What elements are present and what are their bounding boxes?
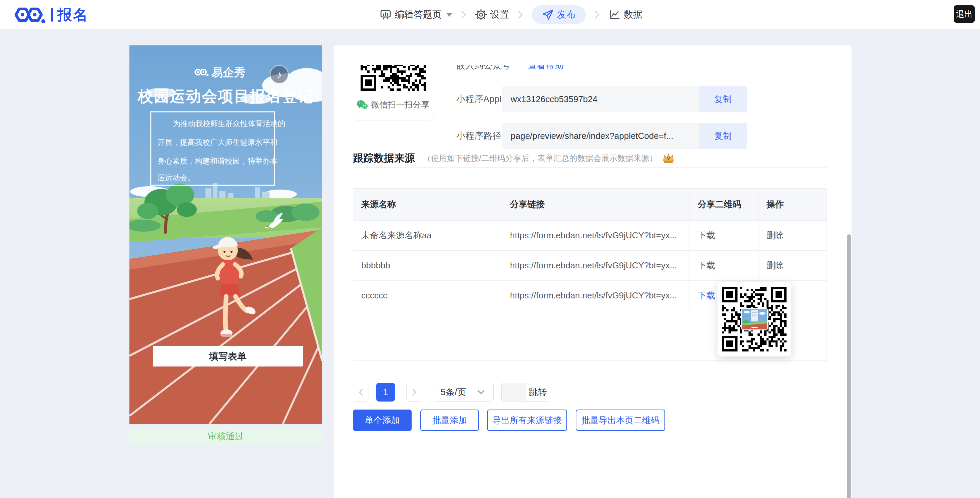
share-link-cell: https://form.ebdan.net/ls/fvG9jUCY?bt=yx… [502,251,690,280]
col-share-qrcode: 分享二维码 [690,188,759,220]
nav-steps: 编辑答题页 设置 [380,0,643,29]
vip-crown-icon: V [662,152,675,164]
applet-path-label: 小程序路径 [456,123,501,149]
chevron-down-icon[interactable] [446,13,452,17]
jump-page-input[interactable] [502,383,526,401]
presentation-chart-icon [380,9,391,21]
applet-id-label: 小程序AppId [456,86,507,112]
page-number-button[interactable]: 1 [376,383,395,402]
vertical-scrollbar[interactable] [847,234,851,498]
svg-text:开展，提高我校广大师生健康水平和: 开展，提高我校广大师生健康水平和 [158,138,277,147]
applet-path-field[interactable]: page/preview/share/index?appletCode=f... [502,123,699,149]
download-qr-link[interactable]: 下载 [698,230,715,241]
qr-code-popup [718,282,791,356]
col-share-link: 分享链接 [502,188,690,220]
fill-form-button[interactable]: 填写表单 [153,346,303,367]
page-size-value: 5条/页 [441,386,466,398]
add-batch-button[interactable]: 批量添加 [420,410,479,431]
copy-applet-id-button[interactable]: 复制 [699,86,747,112]
svg-text:为推动我校师生群众性体育活动的: 为推动我校师生群众性体育活动的 [173,120,286,128]
section-divider [353,167,827,168]
applet-path-row: 小程序路径 page/preview/share/index?appletCod… [334,123,851,149]
logo-text: 报名 [57,5,89,25]
tracking-section-header: 跟踪数据来源 （使用如下链接/二维码分享后，表单汇总的数据会展示数据来源） V [353,151,675,165]
copy-applet-path-button[interactable]: 复制 [699,123,747,149]
wechat-icon [356,100,368,110]
table-row: bbbbbb https://form.ebdan.net/ls/fvG9jUC… [353,251,827,280]
source-actions: 单个添加 批量添加 导出所有来源链接 批量导出本页二维码 [334,410,851,431]
nav-step-edit-page[interactable]: 编辑答题页 [380,5,452,24]
app-logo: 报名 [13,0,89,29]
nav-step-label: 数据 [624,8,643,21]
status-badge: 审核通过 [129,427,322,445]
nav-step-label: 编辑答题页 [395,8,442,21]
chevron-down-icon [477,389,485,395]
nav-step-settings[interactable]: 设置 [475,5,509,24]
table-header-row: 来源名称 分享链接 分享二维码 操作 [353,188,827,220]
section-hint: （使用如下链接/二维码分享后，表单汇总的数据会展示数据来源） [423,153,657,164]
form-preview: 易企秀 ♪ 校园运动会项目报名登记 为推动我校师生群众性体育活动的 开展，提高我… [129,45,322,445]
exit-button[interactable]: 退出 [954,5,975,23]
poster-thumbnail [742,309,767,329]
share-link-cell: https://form.ebdan.net/ls/fvG9jUCY?bt=yx… [502,220,690,251]
chevron-right-icon [594,10,600,19]
poster-title: 校园运动会项目报名登记 [137,88,314,105]
col-actions: 操作 [759,188,827,220]
gear-icon [475,9,487,21]
export-qrcodes-button[interactable]: 批量导出本页二维码 [576,410,665,431]
chevron-right-icon [461,10,466,19]
music-note-icon: ♪ [277,69,282,81]
applet-id-value: wx13126ccb53597b24 [511,94,597,104]
chevron-left-icon [358,388,364,396]
nav-step-publish[interactable]: 发布 [532,5,586,24]
svg-text:填写表单: 填写表单 [208,351,247,361]
logo-infinity-icon [13,5,47,24]
source-name-cell: cccccc [353,281,502,310]
panel-top-mask [334,45,851,65]
music-button[interactable]: ♪ [270,65,288,83]
delete-source-link[interactable]: 删除 [767,260,784,271]
jump-button[interactable]: 跳转 [526,383,550,401]
add-single-button[interactable]: 单个添加 [353,410,412,431]
navbar: 报名 编辑答题页 设置 [0,0,980,29]
logo-divider [51,8,53,22]
svg-text:易企秀: 易企秀 [211,66,245,79]
svg-text:届运动会。: 届运动会。 [158,174,195,182]
prev-page-button[interactable] [353,383,369,402]
page-jump-control: 跳转 [501,383,550,402]
pagination: 1 5条/页 跳转 [334,383,851,402]
download-qr-link[interactable]: 下载 [698,260,715,271]
col-source-name: 来源名称 [353,188,502,220]
download-qr-link[interactable]: 下载 [698,290,715,302]
poster-image: 易企秀 ♪ 校园运动会项目报名登记 为推动我校师生群众性体育活动的 开展，提高我… [129,45,322,424]
svg-text:身心素质，构建和谐校园，特举办本: 身心素质，构建和谐校园，特举办本 [158,157,277,165]
share-link-cell: https://form.ebdan.net/ls/fvG9jUCY?bt=yx… [502,281,690,310]
publish-panel: 微信扫一扫分享 嵌入到公众号 查看帮助 小程序AppId wx13126ccb5… [334,45,851,498]
export-links-button[interactable]: 导出所有来源链接 [487,410,567,431]
svg-text:V: V [667,156,670,161]
page-size-select[interactable]: 5条/页 [433,383,494,402]
delete-source-link[interactable]: 删除 [767,230,784,241]
paper-plane-icon [542,9,554,21]
share-card-caption: 微信扫一扫分享 [371,99,430,110]
source-name-cell: 未命名来源名称aa [353,220,502,251]
chevron-right-icon [518,10,523,19]
applet-id-field[interactable]: wx13126ccb53597b24 [502,86,699,112]
nav-step-label: 发布 [557,8,576,21]
nav-step-label: 设置 [490,8,509,21]
nav-step-data[interactable]: 数据 [608,5,643,24]
chevron-right-icon [412,388,417,396]
table-row: 未命名来源名称aa https://form.ebdan.net/ls/fvG9… [353,220,827,251]
section-title: 跟踪数据来源 [353,151,415,165]
source-name-cell: bbbbbb [353,251,502,280]
applet-path-value: page/preview/share/index?appletCode=f... [511,131,673,141]
line-chart-icon [608,9,620,21]
next-page-button[interactable] [406,383,422,402]
